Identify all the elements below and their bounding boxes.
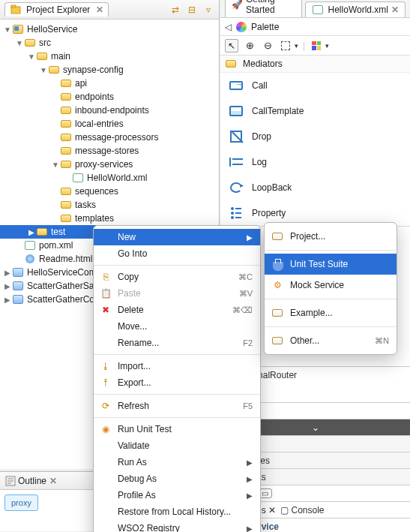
example-icon (271, 307, 284, 319)
tree-node[interactable]: message-processors (0, 131, 219, 144)
tree-node[interactable]: api (0, 77, 219, 90)
tree-node[interactable]: templates (0, 212, 219, 225)
paste-icon: 📋 (100, 287, 112, 299)
mediators-drawer-head[interactable]: Mediators (220, 56, 410, 73)
mediator-drop[interactable]: Drop (220, 124, 410, 149)
marquee-icon[interactable] (279, 39, 292, 53)
palette-layout-icon[interactable] (310, 39, 323, 53)
mediator-label: LoopBack (252, 182, 292, 193)
menu-validate[interactable]: Validate (94, 437, 260, 454)
tree-node[interactable]: endpoints (0, 90, 219, 104)
back-icon[interactable]: ◁ (225, 22, 232, 32)
menu-rename[interactable]: Rename...F2 (94, 335, 260, 351)
menu-go-into[interactable]: Go Into (94, 245, 260, 262)
zoom-out-icon[interactable]: ⊖ (261, 39, 274, 53)
mediator-label: CallTemplate (252, 106, 304, 116)
tab-getting-started[interactable]: 🚀 Getting Started (225, 0, 302, 17)
mediator-label: Property (252, 208, 286, 218)
run-test-icon: ◉ (100, 423, 112, 435)
tree-node[interactable]: tasks (0, 198, 219, 212)
menu-paste: 📋Paste⌘V (94, 285, 260, 302)
svg-rect-1 (11, 5, 16, 8)
mediator-loopback[interactable]: LoopBack (220, 175, 410, 200)
submenu-unit-test-suite[interactable]: Unit Test Suite (265, 254, 397, 275)
submenu-project[interactable]: Project... (265, 226, 397, 247)
project-icon (271, 230, 284, 242)
menu-move[interactable]: Move... (94, 318, 260, 335)
tree-node[interactable]: local-entries (0, 117, 219, 131)
menu-run-as[interactable]: Run As▶ (94, 454, 260, 470)
refresh-icon: ⟳ (100, 400, 112, 412)
console-view-tab[interactable]: ▢ Console (280, 505, 324, 515)
mediator-log[interactable]: Log (220, 149, 410, 175)
menu-new[interactable]: New▶ (94, 229, 260, 245)
mediators-drawer: Mediators Call CallTemplate Drop Log Loo… (220, 56, 410, 227)
context-menu: New▶ Go Into ⎘Copy⌘C 📋Paste⌘V ✖Delete⌘⌫ … (93, 225, 261, 532)
outline-icon (4, 476, 16, 486)
menu-export[interactable]: ⭱Export... (94, 374, 260, 391)
tab-label: HelloWorld.xml (328, 5, 388, 15)
editor-tabs: 🚀 Getting Started HelloWorld.xml ✕ (220, 0, 410, 18)
import-icon: ⭳ (100, 360, 112, 372)
mediator-call[interactable]: Call (220, 73, 410, 98)
xml-file-icon (312, 5, 324, 15)
outline-tab-label: Outline (18, 476, 46, 486)
other-icon (271, 335, 284, 347)
tab-helloworld[interactable]: HelloWorld.xml ✕ (305, 2, 406, 17)
navigator-icon (10, 5, 22, 15)
tree-node-file[interactable]: HelloWorld.xml (0, 171, 219, 185)
tree-node[interactable]: ▼src (0, 36, 219, 50)
menu-import[interactable]: ⭳Import... (94, 358, 260, 374)
menu-run-unit-test[interactable]: ◉Run Unit Test (94, 421, 260, 437)
collapse-all-icon[interactable]: ⊟ (186, 4, 198, 16)
outline-node[interactable]: proxy (4, 494, 38, 511)
palette-label: Palette (251, 22, 279, 32)
menu-delete[interactable]: ✖Delete⌘⌫ (94, 302, 260, 318)
zoom-in-icon[interactable]: ⊕ (243, 39, 256, 53)
menu-wso2-registry[interactable]: WSO2 Registry▶ (94, 520, 260, 532)
tree-node[interactable]: sequences (0, 185, 219, 198)
copy-icon: ⎘ (100, 271, 112, 283)
tab-label: Getting Started (246, 0, 295, 15)
view-menu-icon[interactable]: ▿ (202, 4, 214, 16)
export-icon: ⭱ (100, 377, 112, 389)
tree-node[interactable]: ▼synapse-config (0, 63, 219, 77)
drawer-label: Mediators (243, 59, 283, 69)
close-icon[interactable]: ✕ (391, 5, 399, 15)
link-editor-icon[interactable]: ⇄ (169, 4, 181, 16)
explorer-header: Project Explorer ✕ ⇄ ⊟ ▿ (0, 0, 219, 20)
palette-icon (236, 22, 247, 32)
explorer-tab[interactable]: Project Explorer ✕ (4, 2, 109, 17)
rocket-icon: 🚀 (232, 0, 243, 10)
submenu-other[interactable]: Other...⌘N (265, 330, 397, 351)
palette-tools: ↖ ⊕ ⊖ ▾ | ▾ (220, 36, 410, 56)
menu-refresh[interactable]: ⟳RefreshF5 (94, 398, 260, 414)
menu-profile-as[interactable]: Profile As▶ (94, 487, 260, 503)
explorer-tab-label: Project Explorer (26, 5, 90, 15)
palette-bar: ◁ Palette (220, 18, 410, 36)
tree-node[interactable]: inbound-endpoints (0, 104, 219, 117)
new-submenu: Project... Unit Test Suite ⚙Mock Service… (264, 222, 397, 355)
mediator-label: Drop (252, 131, 271, 142)
explorer-toolbar: ⇄ ⊟ ▿ (169, 4, 214, 16)
menu-debug-as[interactable]: Debug As▶ (94, 470, 260, 487)
flask-icon (271, 258, 284, 270)
select-tool-icon[interactable]: ↖ (225, 39, 238, 53)
menu-copy[interactable]: ⎘Copy⌘C (94, 269, 260, 285)
close-icon[interactable]: ✕ (49, 476, 57, 486)
tree-node[interactable]: message-stores (0, 144, 219, 158)
tree-node-project[interactable]: ▼HelloService (0, 23, 219, 36)
mediator-calltemplate[interactable]: CallTemplate (220, 98, 410, 124)
tree-node[interactable]: ▼main (0, 50, 219, 63)
submenu-example[interactable]: Example... (265, 302, 397, 323)
menu-restore[interactable]: Restore from Local History... (94, 503, 260, 520)
submenu-mock-service[interactable]: ⚙Mock Service (265, 275, 397, 296)
close-icon[interactable]: ✕ (96, 5, 103, 15)
mediator-label: Call (252, 80, 268, 91)
tree-node[interactable]: ▼proxy-services (0, 158, 219, 171)
mediator-label: Log (252, 157, 267, 167)
gear-icon: ⚙ (271, 279, 284, 291)
delete-icon: ✖ (100, 304, 112, 316)
